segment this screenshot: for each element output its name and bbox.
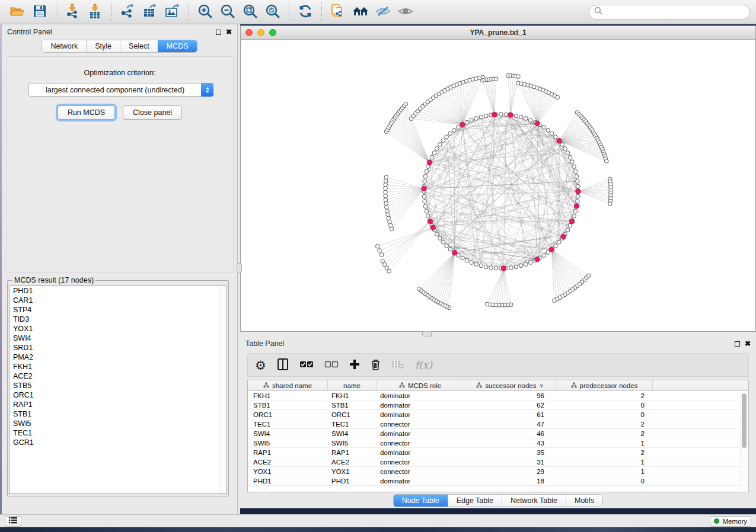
graph-node[interactable] — [435, 232, 439, 236]
graph-node[interactable] — [519, 115, 523, 119]
import-network-button[interactable] — [61, 2, 84, 22]
graph-node[interactable] — [550, 132, 554, 136]
refresh-layout-button[interactable] — [294, 2, 317, 22]
horizontal-splitter-handle[interactable] — [422, 331, 432, 336]
window-minimize-button[interactable] — [257, 29, 264, 36]
table-row[interactable]: FKH1FKH1dominator962 — [248, 391, 748, 400]
mcds-result-list[interactable]: PHD1CAR1STP4TID3YOX1SWI4SRD1PMA2FKH1ACE2… — [9, 286, 227, 494]
graph-mcds-node[interactable] — [427, 160, 432, 165]
graph-node[interactable] — [417, 287, 422, 291]
graph-node[interactable] — [546, 251, 550, 255]
zoom-out-button[interactable] — [216, 2, 239, 22]
mcds-result-item[interactable]: STB5 — [9, 381, 227, 390]
graph-node[interactable] — [465, 258, 469, 262]
table-row[interactable]: ORC1ORC1dominator610 — [248, 410, 748, 419]
tab-style[interactable]: Style — [86, 40, 120, 52]
graph-node[interactable] — [375, 244, 379, 248]
graph-node[interactable] — [576, 194, 580, 198]
graph-node[interactable] — [484, 265, 488, 269]
graph-node[interactable] — [504, 113, 508, 117]
graph-mcds-node[interactable] — [501, 266, 506, 271]
graph-node[interactable] — [542, 254, 546, 258]
graph-node[interactable] — [423, 180, 427, 184]
graph-node[interactable] — [494, 77, 498, 81]
table-row[interactable]: PHD1PHD1dominator180 — [248, 476, 748, 486]
graph-node[interactable] — [435, 146, 439, 150]
graph-node[interactable] — [425, 209, 429, 213]
graph-node[interactable] — [575, 174, 579, 178]
graph-node[interactable] — [379, 253, 384, 257]
graph-node[interactable] — [384, 179, 388, 183]
graph-mcds-node[interactable] — [452, 251, 457, 255]
table-row[interactable]: ACE2ACE2connector311 — [248, 457, 748, 467]
graph-node[interactable] — [572, 165, 576, 169]
graph-mcds-node[interactable] — [549, 247, 554, 252]
mcds-result-item[interactable]: TID3 — [9, 315, 227, 324]
graph-node[interactable] — [568, 155, 572, 159]
graph-node[interactable] — [509, 266, 513, 270]
graph-node[interactable] — [546, 129, 550, 133]
graph-node[interactable] — [514, 114, 518, 118]
graph-mcds-node[interactable] — [569, 219, 574, 224]
graph-node[interactable] — [572, 214, 576, 218]
graph-node[interactable] — [384, 190, 388, 194]
graph-mcds-node[interactable] — [557, 139, 562, 143]
mcds-result-item[interactable]: SRD1 — [9, 343, 227, 352]
graph-node[interactable] — [516, 75, 521, 79]
graph-node[interactable] — [542, 126, 546, 130]
optimization-criterion-select[interactable]: largest connected component (undirected) — [28, 83, 213, 97]
export-network-button[interactable] — [116, 2, 139, 22]
clone-network-button[interactable] — [327, 2, 349, 22]
mcds-result-item[interactable]: STB1 — [9, 409, 227, 419]
network-canvas[interactable] — [241, 40, 755, 331]
graph-node[interactable] — [560, 143, 564, 147]
first-neighbors-button[interactable] — [349, 2, 372, 22]
table-row[interactable]: TEC1TEC1connector472 — [248, 419, 748, 429]
graph-node[interactable] — [384, 187, 388, 191]
graph-node[interactable] — [494, 266, 498, 270]
column-header-successor-nodes[interactable]: successor nodes∨ — [464, 380, 556, 390]
graph-node[interactable] — [485, 302, 489, 306]
graph-node[interactable] — [404, 102, 408, 106]
mcds-result-item[interactable]: STP4 — [9, 305, 227, 315]
memory-button[interactable]: Memory — [710, 516, 751, 527]
graph-node[interactable] — [445, 244, 449, 248]
column-header-MCDS-role[interactable]: MCDS role — [377, 380, 464, 390]
graph-node[interactable] — [448, 247, 452, 251]
mcds-result-item[interactable]: CAR1 — [9, 296, 227, 305]
mcds-result-item[interactable]: SWI4 — [9, 334, 227, 343]
graph-node[interactable] — [554, 244, 558, 248]
graph-mcds-node[interactable] — [460, 122, 465, 127]
graph-node[interactable] — [423, 174, 428, 178]
tab-network[interactable]: Network — [42, 40, 86, 52]
delete-column-button[interactable] — [371, 357, 381, 373]
graph-node[interactable] — [384, 198, 388, 202]
deselect-all-button[interactable] — [324, 357, 339, 373]
graph-node[interactable] — [384, 183, 388, 187]
graph-mcds-node[interactable] — [561, 234, 566, 239]
graph-node[interactable] — [385, 205, 389, 209]
graph-node[interactable] — [563, 146, 567, 150]
graph-node[interactable] — [423, 200, 427, 204]
table-row[interactable]: RAP1RAP1dominator352 — [248, 448, 748, 457]
close-panel-icon[interactable]: ✖ — [226, 28, 232, 36]
column-header-predecessor-nodes[interactable]: predecessor nodes — [556, 380, 653, 390]
table-row[interactable]: SWI4SWI4dominator462 — [248, 429, 748, 438]
graph-node[interactable] — [465, 120, 469, 124]
graph-node[interactable] — [438, 236, 442, 241]
select-all-button[interactable] — [299, 357, 314, 373]
graph-node[interactable] — [576, 200, 580, 204]
graph-node[interactable] — [438, 143, 442, 147]
mcds-result-item[interactable]: PHD1 — [9, 286, 227, 296]
graph-node[interactable] — [445, 135, 449, 139]
export-table-button[interactable] — [139, 2, 161, 22]
graph-node[interactable] — [566, 228, 570, 232]
graph-node[interactable] — [381, 259, 385, 263]
graph-node[interactable] — [430, 155, 434, 159]
graph-node[interactable] — [484, 114, 488, 118]
column-header-shared-name[interactable]: shared name — [248, 380, 328, 390]
graph-node[interactable] — [422, 194, 426, 198]
float-panel-icon[interactable] — [216, 30, 221, 35]
graph-node[interactable] — [388, 223, 393, 227]
graph-mcds-node[interactable] — [574, 204, 579, 209]
